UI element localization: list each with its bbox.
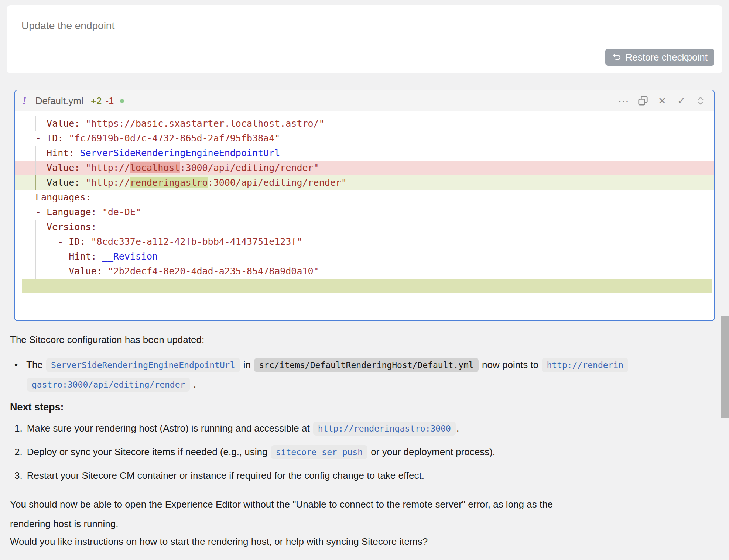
restore-checkpoint-button[interactable]: Restore checkpoint xyxy=(605,49,714,66)
code-token: Hint: xyxy=(35,251,102,262)
indent-guide xyxy=(47,234,47,249)
yaml-file-icon: ! xyxy=(22,95,27,106)
closing-paragraph: You should now be able to open the Exper… xyxy=(10,495,714,534)
deletions-count: -1 xyxy=(105,95,114,107)
code-line: Value: "http://localhost:3000/api/editin… xyxy=(15,161,714,175)
step-3: 3.Restart your Sitecore CM container or … xyxy=(10,464,714,487)
code-token: "8cdc337e-a112-42fb-bbb4-4143751e123f" xyxy=(91,236,302,247)
close-icon[interactable]: ✕ xyxy=(656,95,668,107)
inline-code-chip: http://renderingastro:3000 xyxy=(313,422,456,436)
code-token: localhost xyxy=(130,162,180,173)
additions-count: +2 xyxy=(91,95,102,107)
indent-guide xyxy=(47,264,47,279)
expand-collapse-icon[interactable] xyxy=(694,95,707,107)
text-run: Deploy or sync your Sitecore items if ne… xyxy=(27,446,270,457)
code-token: __Revision xyxy=(102,251,158,262)
modified-dot-icon xyxy=(120,99,124,103)
indent-guide xyxy=(35,264,36,279)
step-number: 1. xyxy=(14,423,23,434)
code-token: "http:// xyxy=(85,177,130,188)
user-message-card: Update the endpoint Restore checkpoint xyxy=(7,5,722,73)
code-line: - ID: "8cdc337e-a112-42fb-bbb4-4143751e1… xyxy=(15,234,714,249)
indent-guide xyxy=(35,175,36,190)
code-line: Value: "https://basic.sxastarter.localho… xyxy=(15,116,714,131)
code-line: Hint: __Revision xyxy=(15,249,714,264)
more-actions-icon[interactable]: ⋯ xyxy=(617,95,630,107)
code-line: Hint: ServerSideRenderingEngineEndpointU… xyxy=(15,146,714,161)
indent-guide xyxy=(35,249,36,264)
step-text: Make sure your rendering host (Astro) is… xyxy=(27,423,459,434)
restore-checkpoint-label: Restore checkpoint xyxy=(625,52,708,63)
text-run: . xyxy=(191,379,196,390)
text-run: now points to xyxy=(479,359,541,370)
code-line: - Language: "de-DE" xyxy=(15,205,714,220)
diff-card: ! Default.yml +2 -1 ⋯ ✕ ✓ Value: "https:… xyxy=(14,90,715,321)
code-line: Languages: xyxy=(15,190,714,205)
step-1: 1.Make sure your rendering host (Astro) … xyxy=(10,416,714,440)
indent-guide xyxy=(58,249,58,264)
indent-guide xyxy=(47,249,47,264)
scrollbar-thumb[interactable] xyxy=(721,316,729,418)
step-number: 3. xyxy=(14,470,23,481)
code-token: "2b2decf4-8e20-4dad-a235-85478a9d0a10" xyxy=(108,266,319,276)
undo-icon xyxy=(612,52,622,62)
file-name[interactable]: Default.yml xyxy=(35,95,83,107)
code-line: - ID: "fc76919b-0d7c-4732-865d-2af795fb3… xyxy=(15,131,714,146)
code-token: :3000/api/editing/render" xyxy=(208,177,347,188)
indent-guide xyxy=(35,161,36,175)
text-run: or your deployment process). xyxy=(368,446,495,457)
file-path-chip[interactable]: src/items/DefaultRenderingHost/Default.y… xyxy=(254,358,479,372)
code-token: "de-DE" xyxy=(102,207,141,217)
accept-check-icon[interactable]: ✓ xyxy=(675,95,688,107)
code-token: - ID: xyxy=(35,236,91,247)
indent-guide xyxy=(35,220,36,234)
code-line: Versions: xyxy=(15,220,714,234)
code-diff-area: Value: "https://basic.sxastarter.localho… xyxy=(15,111,714,293)
inline-code-chip: sitecore ser push xyxy=(271,445,367,459)
code-token: "https://basic.sxastarter.localhost.astr… xyxy=(85,118,324,129)
text-run: The xyxy=(26,359,45,370)
code-token: "fc76919b-0d7c-4732-865d-2af795fb38a4" xyxy=(69,133,280,144)
code-lines: Value: "https://basic.sxastarter.localho… xyxy=(15,116,714,293)
assistant-intro: The Sitecore configuration has been upda… xyxy=(10,334,714,346)
closing-question: Would you like instructions on how to st… xyxy=(10,536,714,547)
code-token: Languages: xyxy=(35,192,91,203)
code-token: Value: xyxy=(35,162,85,173)
text-run: rendering host is running. xyxy=(10,518,118,529)
text-run: Make sure your rendering host (Astro) is… xyxy=(27,423,312,434)
code-line: Value: "http://renderingastro:3000/api/e… xyxy=(15,175,714,190)
step-text: Restart your Sitecore CM container or in… xyxy=(27,470,424,481)
code-line: Value: "2b2decf4-8e20-4dad-a235-85478a9d… xyxy=(15,264,714,279)
bullet-item: • The ServerSideRenderingEngineEndpointU… xyxy=(10,355,729,394)
code-line xyxy=(22,279,712,293)
inline-code-chip: http://renderin xyxy=(542,358,628,372)
step-2: 2.Deploy or sync your Sitecore items if … xyxy=(10,440,714,464)
code-token: Hint: xyxy=(35,148,80,158)
user-message-text: Update the endpoint xyxy=(21,20,114,32)
copy-icon[interactable] xyxy=(637,95,649,107)
inline-code-chip: gastro:3000/api/editing/render xyxy=(27,378,190,392)
indent-guide xyxy=(35,116,36,131)
indent-guide xyxy=(58,264,58,279)
inline-code-chip: ServerSideRenderingEngineEndpointUrl xyxy=(46,358,240,372)
step-text: Deploy or sync your Sitecore items if ne… xyxy=(27,446,495,457)
code-token: Value: xyxy=(35,177,85,188)
code-token: renderingastro xyxy=(130,177,208,188)
code-token: - ID: xyxy=(35,133,69,144)
code-token: ServerSideRenderingEngineEndpointUrl xyxy=(80,148,280,158)
indent-guide xyxy=(35,234,36,249)
next-steps-heading: Next steps: xyxy=(10,402,714,413)
code-token: Value: xyxy=(35,118,85,129)
code-token: - Language: xyxy=(35,207,102,217)
code-token: Versions: xyxy=(35,221,97,232)
diff-header: ! Default.yml +2 -1 ⋯ ✕ ✓ xyxy=(15,90,714,111)
code-token: :3000/api/editing/render" xyxy=(180,162,319,173)
indent-guide xyxy=(35,146,36,161)
text-run: Restart your Sitecore CM container or in… xyxy=(27,470,424,481)
chat-panel: { "colors": { "page_bg": "#f1f1f2", "car… xyxy=(0,0,729,560)
text-run: . xyxy=(456,423,459,434)
text-run: in xyxy=(241,359,254,370)
bullet-marker: • xyxy=(14,355,18,375)
bullet-text: The ServerSideRenderingEngineEndpointUrl… xyxy=(26,359,629,390)
text-run: You should now be able to open the Exper… xyxy=(10,499,553,510)
